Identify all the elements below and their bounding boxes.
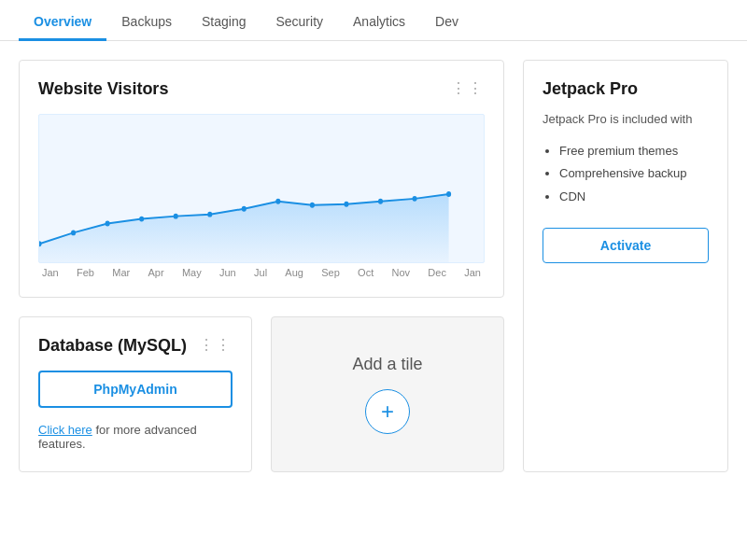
chart-month-labels: Jan Feb Mar Apr May Jun Jul Aug Sep Oct …: [38, 267, 485, 278]
svg-point-10: [344, 202, 348, 207]
visitors-title: Website Visitors: [38, 79, 168, 99]
jetpack-features-list: Free premium themes Comprehensive backup…: [543, 140, 709, 209]
visitors-menu-icon[interactable]: ⋮⋮: [451, 79, 485, 97]
nav-tab-overview[interactable]: Overview: [19, 5, 106, 41]
database-title: Database (MySQL): [38, 336, 187, 356]
svg-point-6: [207, 212, 212, 217]
nav-tab-analytics[interactable]: Analytics: [338, 5, 420, 41]
jetpack-feature-2: Comprehensive backup: [559, 162, 709, 186]
chart-svg: [39, 115, 484, 262]
svg-marker-0: [39, 194, 449, 262]
svg-point-13: [446, 191, 451, 197]
svg-point-7: [242, 206, 247, 212]
svg-point-8: [275, 199, 280, 204]
database-advanced-link[interactable]: Click here: [38, 423, 92, 437]
svg-point-4: [139, 217, 144, 222]
main-content: Website Visitors ⋮⋮: [0, 41, 747, 491]
bottom-grid: Database (MySQL) ⋮⋮ PhpMyAdmin Click her…: [19, 316, 504, 472]
visitors-card: Website Visitors ⋮⋮: [19, 60, 504, 298]
phpmyadmin-button[interactable]: PhpMyAdmin: [38, 371, 233, 408]
nav-tab-dev[interactable]: Dev: [420, 5, 473, 41]
jetpack-feature-3: CDN: [559, 186, 709, 209]
database-menu-icon[interactable]: ⋮⋮: [199, 336, 233, 354]
add-tile-label: Add a tile: [352, 355, 422, 374]
nav-bar: OverviewBackupsStagingSecurityAnalyticsD…: [0, 0, 747, 41]
database-link-text: Click here for more advanced features.: [38, 423, 233, 451]
nav-tab-security[interactable]: Security: [261, 5, 338, 41]
jetpack-card: Jetpack Pro Jetpack Pro is included with…: [523, 60, 728, 472]
svg-point-5: [174, 214, 178, 219]
database-card: Database (MySQL) ⋮⋮ PhpMyAdmin Click her…: [19, 316, 252, 472]
activate-button[interactable]: Activate: [543, 228, 709, 263]
add-tile-card: Add a tile +: [271, 316, 504, 472]
svg-point-11: [378, 199, 383, 204]
nav-tab-staging[interactable]: Staging: [187, 5, 261, 41]
add-tile-button[interactable]: +: [365, 389, 410, 434]
jetpack-title: Jetpack Pro: [543, 79, 709, 99]
jetpack-feature-1: Free premium themes: [559, 140, 709, 163]
svg-point-2: [71, 230, 76, 235]
jetpack-description: Jetpack Pro is included with: [543, 110, 709, 129]
nav-tab-backups[interactable]: Backups: [106, 5, 187, 41]
svg-point-9: [310, 203, 315, 208]
svg-point-3: [106, 221, 110, 227]
svg-point-12: [413, 196, 417, 202]
visitors-chart: [38, 114, 485, 263]
